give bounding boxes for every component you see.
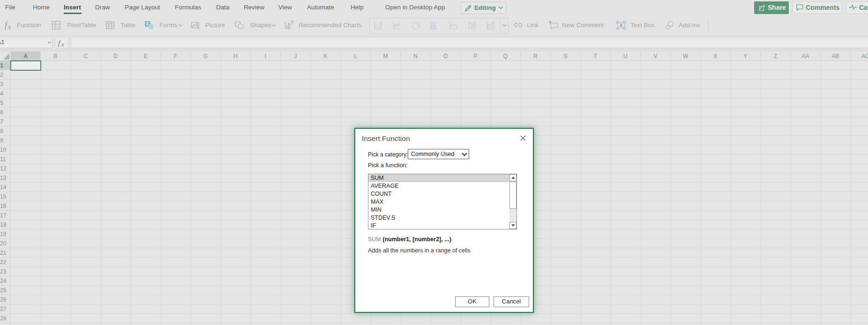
svg-text:x: x (7, 23, 11, 30)
svg-text:f: f (58, 39, 61, 47)
svg-text:A: A (620, 22, 623, 28)
svg-text:x: x (61, 41, 64, 47)
svg-text:?: ? (290, 21, 294, 26)
